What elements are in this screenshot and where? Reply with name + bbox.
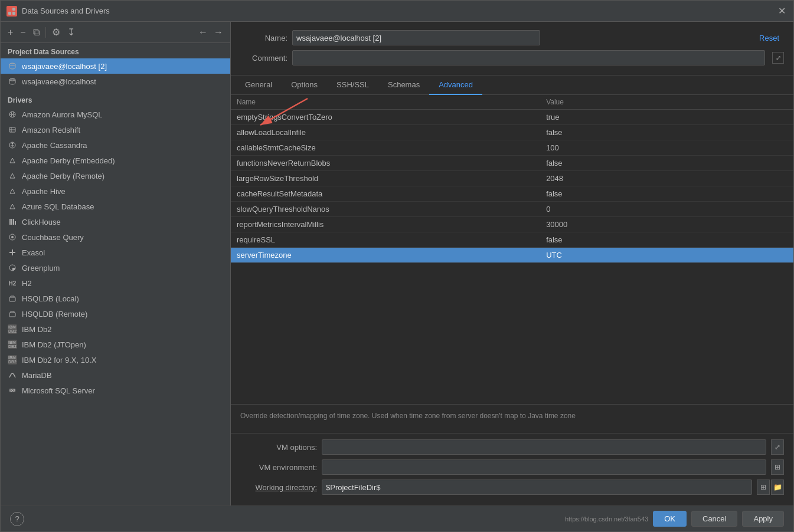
main-window: Data Sources and Drivers ✕ + − ⧉ ⚙ ↧ ← →… [0, 0, 794, 532]
sidebar-toolbar: + − ⧉ ⚙ ↧ ← → [1, 22, 230, 43]
driver-cassandra[interactable]: Apache Cassandra [1, 137, 230, 153]
driver-clickhouse[interactable]: ClickHouse [1, 214, 230, 229]
sidebar-item-ws[interactable]: wsajavaee@localhost [1, 74, 230, 89]
working-dir-browse-btn[interactable]: 📁 [771, 480, 784, 495]
vm-section: VM options: ⤢ VM environment: ⊞ Working … [231, 434, 793, 505]
ok-button[interactable]: OK [653, 511, 687, 527]
prop-value: 0 [540, 202, 793, 217]
tab-schemas[interactable]: Schemas [378, 75, 429, 95]
driver-icon-azure [8, 202, 17, 211]
svg-rect-2 [8, 12, 11, 15]
comment-input[interactable] [292, 50, 765, 65]
table-row[interactable]: callableStmtCacheSize 100 [231, 140, 793, 156]
prop-name: largeRowSizeThreshold [231, 171, 540, 186]
driver-label-hsqldb-l: HSQLDB (Local) [22, 294, 79, 303]
driver-icon-hsqldb-r [8, 309, 17, 318]
table-row[interactable]: largeRowSizeThreshold 2048 [231, 171, 793, 186]
prop-name: functionsNeverReturnBlobs [231, 156, 540, 171]
driver-azure[interactable]: Azure SQL Database [1, 199, 230, 214]
tab-ssh-ssl[interactable]: SSH/SSL [327, 75, 378, 95]
driver-icon-clickhouse [8, 217, 17, 226]
driver-label-azure: Azure SQL Database [22, 202, 94, 211]
tab-options[interactable]: Options [282, 75, 327, 95]
driver-hsqldb-remote[interactable]: HSQLDB (Remote) [1, 306, 230, 321]
svg-point-4 [9, 64, 15, 65]
driver-mariadb[interactable]: MariaDB [1, 367, 230, 383]
driver-label: Amazon Aurora MySQL [22, 110, 103, 119]
driver-hive[interactable]: Apache Hive [1, 183, 230, 199]
vm-options-input[interactable] [322, 439, 766, 455]
driver-label-cassandra: Apache Cassandra [22, 141, 87, 150]
driver-label-hive: Apache Hive [22, 187, 66, 196]
db-icon-2 [8, 77, 17, 86]
table-row[interactable]: requireSSL false [231, 232, 793, 248]
vm-env-input[interactable] [322, 459, 766, 475]
forward-button[interactable]: → [211, 26, 226, 39]
working-dir-input[interactable] [322, 480, 752, 495]
right-panel: Name: Reset Comment: ⤢ General Options [231, 22, 793, 505]
table-row[interactable]: serverTimezone UTC [231, 248, 793, 263]
vm-options-label: VM options: [240, 443, 317, 452]
cancel-button[interactable]: Cancel [691, 511, 737, 527]
working-dir-expand-btn[interactable]: ⊞ [757, 480, 770, 495]
import-button[interactable]: ↧ [65, 25, 77, 39]
driver-label-derby-r: Apache Derby (Remote) [22, 172, 104, 180]
driver-derby-embedded[interactable]: Apache Derby (Embedded) [1, 153, 230, 168]
expand-comment-btn[interactable]: ⤢ [772, 52, 784, 64]
table-row[interactable]: functionsNeverReturnBlobs false [231, 156, 793, 171]
driver-derby-remote[interactable]: Apache Derby (Remote) [1, 168, 230, 183]
vm-options-expand-btn[interactable]: ⤢ [771, 439, 784, 455]
add-button[interactable]: + [5, 26, 15, 39]
table-row[interactable]: cacheResultSetMetadata false [231, 186, 793, 202]
tabs-bar: General Options SSH/SSL Schemas Advanced [231, 75, 793, 95]
driver-exasol[interactable]: Exasol [1, 245, 230, 260]
driver-ibm-db2[interactable]: IBMDB2 IBM Db2 [1, 321, 230, 337]
prop-name: requireSSL [231, 232, 540, 248]
settings-button[interactable]: ⚙ [50, 25, 63, 39]
prop-value: true [540, 110, 793, 125]
table-row[interactable]: reportMetricsIntervalMillis 30000 [231, 217, 793, 232]
table-row[interactable]: emptyStringsConvertToZero true [231, 110, 793, 125]
driver-icon-ibm-9x: IBMDB2 [8, 355, 17, 364]
close-button[interactable]: ✕ [776, 5, 788, 17]
vm-env-expand-btn[interactable]: ⊞ [771, 459, 784, 475]
driver-ibm-9x[interactable]: IBMDB2 IBM Db2 for 9.X, 10.X [1, 352, 230, 367]
copy-button[interactable]: ⧉ [31, 26, 42, 39]
driver-icon-cassandra [8, 140, 17, 150]
driver-label-ibm-9x: IBM Db2 for 9.X, 10.X [22, 356, 96, 364]
working-dir-actions: ⊞ 📁 [757, 480, 784, 495]
remove-button[interactable]: − [18, 26, 28, 39]
svg-rect-18 [15, 221, 16, 225]
window-title: Data Sources and Drivers [22, 6, 776, 15]
driver-label-clickhouse: ClickHouse [22, 218, 61, 226]
driver-redshift[interactable]: Amazon Redshift [1, 122, 230, 137]
apply-button[interactable]: Apply [742, 511, 784, 527]
back-button[interactable]: ← [196, 26, 210, 39]
driver-label-ibm-db2: IBM Db2 [22, 325, 52, 334]
table-row[interactable]: slowQueryThresholdNanos 0 [231, 202, 793, 217]
driver-hsqldb-local[interactable]: HSQLDB (Local) [1, 291, 230, 306]
svg-rect-25 [9, 313, 15, 317]
driver-icon-hive [8, 186, 17, 196]
prop-value: UTC [540, 248, 793, 263]
driver-greenplum[interactable]: Greenplum [1, 260, 230, 275]
col-header-value: Value [540, 95, 793, 110]
driver-icon-ibm-jtopen: IBMDB2 [8, 340, 17, 349]
driver-couchbase[interactable]: Couchbase Query [1, 229, 230, 245]
driver-h2[interactable]: H2 H2 [1, 275, 230, 291]
driver-label-h2: H2 [22, 279, 32, 288]
table-row[interactable]: allowLoadLocalInfile false [231, 125, 793, 140]
driver-ibm-jtopen[interactable]: IBMDB2 IBM Db2 (JTOpen) [1, 337, 230, 352]
prop-value: 30000 [540, 217, 793, 232]
comment-row: Comment: ⤢ [240, 50, 784, 65]
help-button[interactable]: ? [10, 512, 24, 526]
reset-button[interactable]: Reset [754, 31, 784, 45]
driver-amazon-aurora[interactable]: Amazon Aurora MySQL [1, 107, 230, 122]
driver-mssql[interactable]: SQL Microsoft SQL Server [1, 383, 230, 398]
svg-point-5 [9, 79, 15, 81]
tab-advanced[interactable]: Advanced [429, 75, 482, 95]
name-input[interactable] [292, 30, 540, 45]
sidebar-item-ws2[interactable]: wsajavaee@localhost [2] [1, 58, 230, 74]
svg-rect-3 [12, 12, 15, 15]
tab-general[interactable]: General [236, 75, 282, 95]
